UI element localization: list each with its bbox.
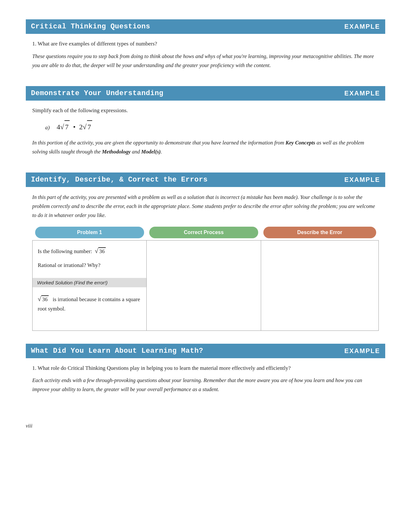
- table-cell-correct: [147, 240, 261, 330]
- col-problem-header-cell: Problem 1: [33, 227, 147, 241]
- demonstrate-instruction: Simplify each of the following expressio…: [32, 106, 379, 115]
- find-error-text: (Find the error!): [74, 280, 107, 285]
- what-did-you-learn-title: What Did You Learn About Learning Math?: [31, 347, 203, 355]
- error-table: Problem 1 Correct Process Describe the E…: [32, 227, 379, 331]
- critical-thinking-question: 1. What are five examples of different t…: [32, 40, 379, 48]
- error-table-wrapper: Problem 1 Correct Process Describe the E…: [32, 227, 379, 331]
- what-did-you-learn-example: EXAMPLE: [344, 347, 380, 355]
- demonstrate-italic: In this portion of the activity, you are…: [32, 138, 379, 156]
- what-did-you-learn-section: What Did You Learn About Learning Math? …: [26, 344, 385, 410]
- demonstrate-title: Demonstrate Your Understanding: [31, 89, 163, 97]
- identify-body: In this part of the activity, you are pr…: [26, 193, 385, 343]
- table-cell-error-desc: [261, 240, 378, 330]
- math-formula: 4√7 • 2√7: [57, 123, 92, 131]
- critical-thinking-section: Critical Thinking Questions EXAMPLE 1. W…: [26, 19, 385, 86]
- what-did-you-learn-italic: Each activity ends with a few through-pr…: [32, 376, 379, 394]
- problem-content: Is the following number: √36 Rational or…: [33, 241, 146, 278]
- col-correct-header-cell: Correct Process: [147, 227, 261, 241]
- problem-text-1: Is the following number: √36: [38, 248, 106, 254]
- col-error-header: Describe the Error: [263, 227, 376, 238]
- col-correct-header: Correct Process: [149, 227, 258, 238]
- identify-header: Identify, Describe, & Correct the Errors…: [26, 172, 385, 187]
- worked-solution-text: Worked Solution: [37, 280, 73, 285]
- worked-solution-label: Worked Solution (Find the error!): [33, 278, 146, 287]
- what-did-you-learn-header: What Did You Learn About Learning Math? …: [26, 344, 385, 358]
- critical-thinking-body: 1. What are five examples of different t…: [26, 40, 385, 86]
- math-label: a): [45, 124, 50, 131]
- page-footer: viii: [26, 423, 385, 429]
- problem-text-2: Rational or irrational? Why?: [38, 261, 141, 270]
- critical-thinking-example: EXAMPLE: [344, 23, 380, 30]
- identify-section: Identify, Describe, & Correct the Errors…: [26, 172, 385, 343]
- demonstrate-section: Demonstrate Your Understanding EXAMPLE S…: [26, 86, 385, 173]
- demonstrate-header: Demonstrate Your Understanding EXAMPLE: [26, 86, 385, 101]
- col-error-header-cell: Describe the Error: [261, 227, 378, 241]
- page-number: viii: [26, 423, 32, 429]
- problem-text: Is the following number: √36: [38, 246, 141, 256]
- identify-example: EXAMPLE: [344, 176, 380, 183]
- what-did-you-learn-question: 1. What role do Critical Thinking Questi…: [32, 364, 379, 372]
- table-cell-problem: Is the following number: √36 Rational or…: [33, 240, 147, 330]
- what-did-you-learn-body: 1. What role do Critical Thinking Questi…: [26, 364, 385, 410]
- solution-text: √36 is irrational because it contains a …: [33, 292, 146, 319]
- demonstrate-example: EXAMPLE: [344, 90, 380, 97]
- col-problem-header: Problem 1: [35, 227, 144, 238]
- critical-thinking-italic: These questions require you to step back…: [32, 52, 379, 70]
- identify-title: Identify, Describe, & Correct the Errors: [31, 176, 208, 184]
- identify-italic: In this part of the activity, you are pr…: [32, 193, 379, 220]
- demonstrate-body: Simplify each of the following expressio…: [26, 106, 385, 173]
- critical-thinking-title: Critical Thinking Questions: [31, 23, 150, 31]
- critical-thinking-header: Critical Thinking Questions EXAMPLE: [26, 19, 385, 34]
- math-expression: a) 4√7 • 2√7: [45, 120, 379, 133]
